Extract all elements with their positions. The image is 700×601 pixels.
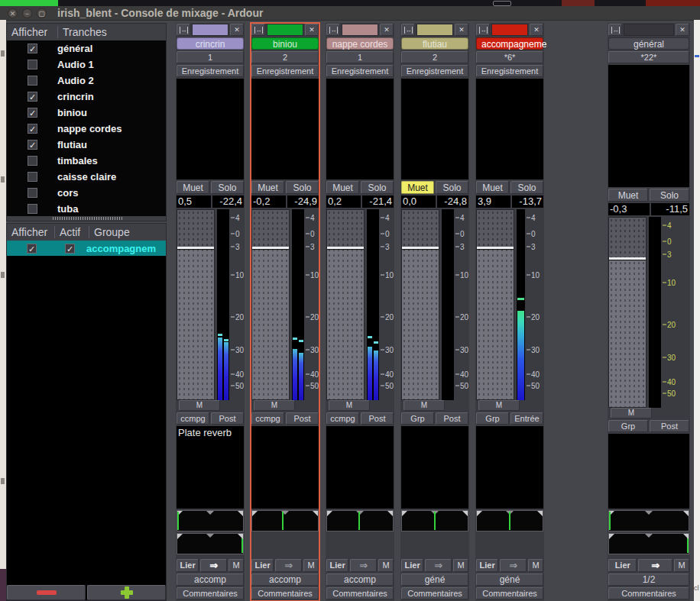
mute-button[interactable]: Muet	[177, 181, 209, 194]
pan-direction-button[interactable]: ⇒	[350, 559, 377, 572]
track-visible-checkbox[interactable]: ✓	[28, 44, 37, 53]
pan-mono-button[interactable]: M	[674, 559, 689, 572]
pan-direction-button[interactable]: ⇒	[425, 559, 452, 572]
gain-display[interactable]: 3,9	[476, 195, 510, 208]
narrow-strip-button[interactable]: ↔	[251, 24, 265, 36]
record-button[interactable]: Enregistrement	[401, 65, 468, 77]
pan-widget[interactable]	[251, 510, 319, 532]
narrow-strip-button[interactable]: ↔	[177, 24, 190, 36]
titlebar[interactable]: ✕ − ▢ irish_blent - Console de mixage - …	[0, 6, 700, 21]
peak-display[interactable]: -22,4	[212, 195, 244, 208]
column-actif[interactable]: Actif	[55, 226, 89, 238]
post-fader-processor-box[interactable]	[401, 426, 468, 509]
track-row[interactable]: caisse claire	[7, 169, 166, 185]
pan-widget[interactable]	[608, 510, 689, 532]
metering-point-m-button[interactable]: M	[254, 400, 295, 411]
peak-display[interactable]: -13,7	[512, 195, 543, 208]
pan-widget[interactable]	[401, 510, 468, 532]
strip-number-button[interactable]: 1	[326, 51, 394, 63]
comments-button[interactable]: Commentaires	[608, 587, 689, 599]
fader-handle[interactable]	[477, 247, 514, 249]
pan-direction-button[interactable]: ⇒	[500, 559, 527, 572]
pre-fader-processor-box[interactable]	[608, 65, 689, 187]
fader-handle[interactable]	[609, 257, 646, 260]
solo-button[interactable]: Solo	[510, 181, 543, 194]
pan-mono-button[interactable]: M	[228, 559, 244, 572]
group-assign-button[interactable]: Grp	[476, 412, 509, 425]
solo-button[interactable]: Solo	[436, 181, 468, 194]
peak-display[interactable]: -21,4	[362, 195, 394, 208]
strip-number-button[interactable]: 2	[401, 51, 468, 63]
track-visible-checkbox[interactable]	[28, 188, 37, 198]
hide-strip-button[interactable]: ✕	[380, 24, 394, 36]
gain-display[interactable]: 0,0	[401, 195, 436, 208]
track-visible-checkbox[interactable]	[28, 76, 37, 86]
metering-point-m-button[interactable]: M	[478, 400, 520, 411]
hide-strip-button[interactable]: ✕	[230, 24, 244, 36]
pre-fader-processor-box[interactable]	[177, 79, 244, 179]
track-visible-checkbox[interactable]	[28, 156, 37, 166]
group-show-checkbox[interactable]: ✓	[27, 244, 37, 254]
column-afficher[interactable]: Afficher	[7, 26, 57, 38]
hide-strip-button[interactable]: ✕	[530, 24, 543, 36]
mute-button[interactable]: Muet	[401, 181, 434, 194]
group-assign-button[interactable]: ccmpg	[326, 412, 359, 425]
group-row[interactable]: ✓ ✓ accompagnem	[7, 241, 166, 256]
mute-button[interactable]: Muet	[476, 181, 509, 194]
strip-number-button[interactable]: *6*	[476, 51, 543, 63]
solo-button[interactable]: Solo	[286, 181, 319, 194]
track-row[interactable]: cors	[7, 185, 166, 201]
gain-display[interactable]: -0,2	[251, 195, 286, 208]
fader-handle[interactable]	[327, 247, 364, 249]
track-visible-checkbox[interactable]: ✓	[28, 108, 37, 118]
metering-point-m-button[interactable]: M	[611, 408, 652, 418]
post-fader-processor-box[interactable]	[476, 426, 543, 509]
meter-point-button[interactable]: Entrée	[510, 412, 543, 425]
track-row[interactable]: ✓ flutiau	[7, 137, 166, 153]
pan-direction-button[interactable]: ⇒	[200, 559, 227, 572]
link-panners-button[interactable]: Lier	[608, 559, 637, 572]
gain-display[interactable]: -0,3	[608, 203, 650, 215]
output-button[interactable]: géné	[476, 574, 543, 586]
track-row[interactable]: tuba	[7, 201, 166, 216]
comments-button[interactable]: Commentaires	[177, 587, 244, 599]
link-panners-button[interactable]: Lier	[251, 559, 274, 572]
fader[interactable]	[251, 209, 290, 400]
metering-point-m-button[interactable]: M	[179, 400, 220, 411]
pan-widget[interactable]	[177, 533, 244, 554]
hide-strip-button[interactable]: ✕	[305, 24, 319, 36]
track-row[interactable]: ✓ général	[7, 40, 166, 57]
link-panners-button[interactable]: Lier	[401, 559, 423, 572]
record-button[interactable]: Enregistrement	[326, 65, 394, 77]
group-active-checkbox[interactable]: ✓	[65, 244, 75, 254]
track-row[interactable]: ✓ biniou	[7, 105, 166, 121]
output-button[interactable]: accomp	[177, 574, 244, 586]
strip-number-button[interactable]: 2	[251, 51, 319, 63]
fader[interactable]	[476, 209, 514, 400]
strip-name-button[interactable]: flutiau	[401, 37, 468, 50]
strip-number-button[interactable]: 1	[177, 51, 244, 63]
mute-button[interactable]: Muet	[326, 181, 359, 194]
pan-mono-button[interactable]: M	[378, 559, 394, 572]
fader[interactable]	[326, 209, 365, 400]
strip-name-button[interactable]: général	[608, 37, 689, 50]
comments-button[interactable]: Commentaires	[401, 587, 468, 599]
narrow-strip-button[interactable]: ↔	[326, 24, 340, 36]
metering-point-m-button[interactable]: M	[329, 400, 370, 411]
processor-label[interactable]: Plate reverb	[178, 427, 232, 438]
track-row[interactable]: ✓ crincrin	[7, 89, 166, 105]
post-fader-processor-box[interactable]	[326, 426, 394, 509]
peak-display[interactable]: -24,9	[287, 195, 319, 208]
pan-mono-button[interactable]: M	[303, 559, 319, 572]
pre-fader-processor-box[interactable]	[476, 79, 543, 179]
comments-button[interactable]: Commentaires	[326, 587, 394, 599]
pan-mono-button[interactable]: M	[453, 559, 468, 572]
hide-strip-button[interactable]: ✕	[676, 24, 689, 36]
output-button[interactable]: accomp	[326, 574, 394, 586]
fader[interactable]	[608, 217, 647, 408]
track-row[interactable]: timbales	[7, 153, 166, 169]
track-row[interactable]: ✓ nappe cordes	[7, 121, 166, 137]
comments-button[interactable]: Commentaires	[251, 587, 319, 599]
track-visible-checkbox[interactable]	[28, 204, 37, 214]
link-panners-button[interactable]: Lier	[326, 559, 348, 572]
